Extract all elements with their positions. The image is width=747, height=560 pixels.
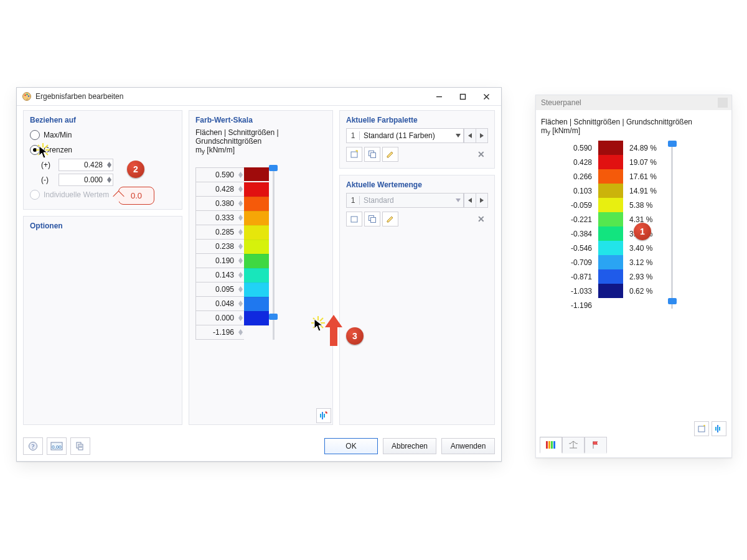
svg-point-2	[26, 94, 27, 95]
svg-text:0,00: 0,00	[52, 444, 62, 450]
optionen-heading: Optionen	[30, 222, 176, 230]
valueset-next[interactable]	[476, 193, 488, 208]
color-swatch	[244, 182, 269, 197]
legend-percent: 0.62 %	[623, 284, 668, 298]
legend-swatch	[598, 141, 623, 155]
skala-heading: Farb-Wert-Skala	[195, 116, 326, 124]
new-valueset-button[interactable]	[346, 212, 362, 226]
ok-button[interactable]: OK	[324, 438, 378, 454]
palette-select[interactable]: 1 Standard (11 Farben)	[346, 128, 464, 143]
steuerpanel-title: Steuerpanel	[541, 98, 581, 107]
legend-value: 0.590	[541, 141, 598, 155]
legend-value: -0.546	[541, 241, 598, 255]
help-button[interactable]: ?	[23, 437, 43, 455]
legend-value: -0.709	[541, 255, 598, 269]
cursor-icon	[314, 319, 325, 332]
valueset-select[interactable]: 1 Standard	[346, 193, 464, 208]
edit-palette-button[interactable]	[382, 147, 398, 162]
copy-valueset-button[interactable]	[364, 212, 380, 226]
scale-value-field[interactable]: 0.428	[195, 182, 244, 197]
dialog-footer: ? 0,00 OK Abbrechen Anwenden	[23, 436, 495, 456]
color-swatch	[244, 167, 269, 181]
skala-sub-line1: Flächen | Schnittgrößen | Grundschnittgr…	[195, 128, 326, 146]
radio-grenzen[interactable]: Grenzen	[30, 143, 176, 157]
svg-rect-14	[371, 153, 376, 158]
new-palette-button[interactable]	[346, 147, 362, 162]
scale-grid: 0.5900.4280.3800.3330.2850.2380.1900.143…	[195, 167, 326, 340]
tab-flag[interactable]	[585, 437, 607, 454]
tab-balance[interactable]	[562, 437, 585, 454]
close-button[interactable]	[475, 90, 497, 103]
cancel-button[interactable]: Abbrechen	[383, 438, 436, 454]
svg-rect-33	[551, 441, 553, 449]
slider-bottom-handle[interactable]	[668, 298, 677, 304]
minimize-button[interactable]	[428, 90, 450, 103]
legend-value: -0.059	[541, 198, 598, 212]
plus-label: (+)	[41, 161, 59, 169]
scale-value-field[interactable]: -1.196	[195, 325, 244, 340]
scale-value-field[interactable]: 0.190	[195, 254, 244, 268]
scale-value-field[interactable]: 0.590	[195, 167, 244, 182]
legend-percent: 17.61 %	[623, 169, 668, 184]
legend-percent: 19.07 %	[623, 155, 668, 169]
plus-spinner[interactable]	[105, 162, 113, 168]
legend-swatch	[598, 212, 623, 226]
slider-top-handle[interactable]	[668, 141, 677, 147]
svg-text:?: ?	[32, 443, 35, 450]
legend-swatch	[598, 155, 623, 169]
close-icon[interactable]	[718, 98, 728, 108]
svg-rect-8	[322, 412, 323, 419]
scale-value-field[interactable]: 0.333	[195, 211, 244, 225]
scale-value-field[interactable]: 0.095	[195, 282, 244, 297]
delete-valueset-button[interactable]: ✕	[474, 212, 488, 226]
valueset-prev[interactable]	[464, 193, 476, 208]
reset-scale-button[interactable]	[316, 408, 331, 423]
annotation-badge-2: 2	[127, 161, 144, 178]
legend-value: -0.221	[541, 212, 598, 226]
steuer-reset-button[interactable]	[712, 421, 726, 436]
tab-color-scale[interactable]	[540, 437, 562, 454]
scale-value-field[interactable]: 0.285	[195, 225, 244, 240]
up-arrow-icon	[325, 315, 342, 348]
color-swatch	[244, 225, 269, 240]
legend-percent: 24.89 %	[623, 141, 668, 155]
legend-value: -1.033	[541, 284, 598, 298]
beziehen-auf-group: Beziehen auf Max/Min Grenzen (+) 0.428	[23, 110, 182, 210]
legend-swatch	[598, 184, 623, 198]
scale-value-field[interactable]: 0.238	[195, 240, 244, 254]
legend-percent: 5.38 %	[623, 198, 668, 212]
svg-point-27	[703, 425, 705, 427]
scale-value-field[interactable]: 0.143	[195, 268, 244, 282]
optionen-group: Optionen	[23, 216, 182, 425]
edit-valueset-button[interactable]	[382, 212, 398, 226]
color-swatch	[244, 211, 269, 225]
color-swatch	[244, 240, 269, 254]
svg-point-12	[356, 150, 357, 151]
svg-rect-5	[460, 94, 465, 99]
radio-maxmin[interactable]: Max/Min	[30, 128, 176, 142]
steuer-new-button[interactable]	[694, 421, 709, 436]
minus-field[interactable]: 0.000	[59, 174, 113, 186]
scale-value-field[interactable]: 0.048	[195, 297, 244, 311]
copy-table-button[interactable]	[70, 437, 90, 455]
svg-rect-31	[546, 441, 548, 449]
slider-top-handle[interactable]	[269, 165, 278, 171]
plus-field[interactable]: 0.428	[59, 159, 113, 171]
legend-percent: 3.40 %	[623, 241, 668, 255]
aktuelle-wertemenge-group: Aktuelle Wertemenge 1 Standard	[339, 175, 495, 425]
svg-rect-29	[715, 427, 716, 431]
maximize-button[interactable]	[451, 90, 474, 103]
units-button[interactable]: 0,00	[47, 437, 67, 455]
palette-prev[interactable]	[464, 128, 476, 143]
delete-palette-button[interactable]: ✕	[474, 147, 488, 161]
copy-palette-button[interactable]	[364, 147, 380, 162]
steuerpanel: Steuerpanel Flächen | Schnittgrößen | Gr…	[535, 95, 732, 458]
svg-point-1	[24, 95, 26, 96]
scale-value-field[interactable]: 0.000	[195, 311, 244, 325]
scale-value-field[interactable]: 0.380	[195, 197, 244, 211]
apply-button[interactable]: Anwenden	[441, 438, 495, 454]
legend-swatch	[598, 198, 623, 212]
palette-next[interactable]	[476, 128, 488, 143]
minus-spinner[interactable]	[105, 177, 113, 183]
slider-bottom-handle[interactable]	[269, 314, 278, 320]
